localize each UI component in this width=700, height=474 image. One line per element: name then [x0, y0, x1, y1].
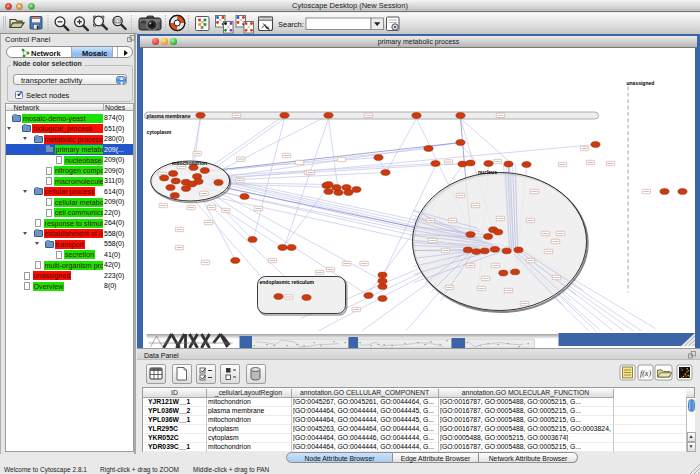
- svg-text:unassigned: unassigned: [626, 79, 654, 85]
- svg-text:plasma membrane: plasma membrane: [146, 112, 190, 118]
- svg-text:nucleus: nucleus: [478, 169, 497, 175]
- svg-text:endoplasmic reticulum: endoplasmic reticulum: [259, 278, 314, 284]
- svg-text:cytoplasm: cytoplasm: [146, 129, 171, 135]
- svg-text:1:1: 1:1: [115, 20, 120, 24]
- svg-text:Search:: Search:: [278, 20, 304, 29]
- svg-text:f(x): f(x): [640, 369, 651, 378]
- svg-text:mitochondrion: mitochondrion: [172, 160, 207, 166]
